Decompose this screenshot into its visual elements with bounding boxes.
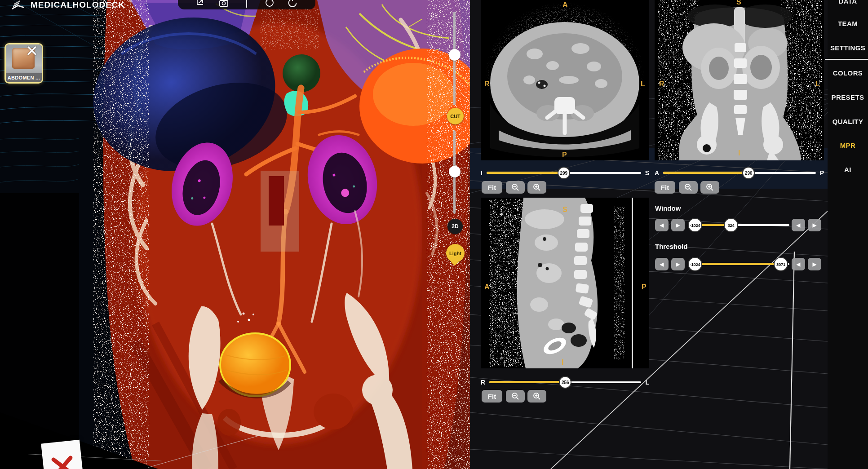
sagittal-slider-right-label: L [645,379,649,386]
dataset-card-label: ABDOMEN ... [6,73,42,82]
sagittal-zoom-out-button[interactable] [506,390,525,403]
window-low-value: -1024 [690,223,700,228]
sagittal-slice-slider-row: R 256 L [481,376,649,389]
two-d-button-label: 2D [452,223,458,230]
sagittal-slice-slider[interactable]: 256 [489,376,641,389]
window-low-increment-button[interactable]: ▶ [671,219,685,231]
coronal-slider-value: 290 [745,171,753,176]
zoom-out-icon [684,183,693,192]
cut-button-label: CUT [450,114,461,119]
sagittal-fit-label: Fit [488,393,496,400]
zoom-in-icon [532,183,541,192]
rotation-rail-thumb[interactable] [449,49,461,61]
sagittal-orient-right: P [642,283,647,291]
two-d-button[interactable]: 2D [447,219,463,234]
axial-zoom-in-button[interactable] [527,181,546,194]
window-high-decrement-button[interactable]: ◀ [792,219,805,231]
coronal-slice-slider-row: A 290 P [655,166,824,180]
medicalholodeck-app: MEDICALHOLODECK ® ABDOMEN ... CUT 2D Lig… [0,0,868,469]
axial-slider-fill [487,172,564,174]
axial-orient-left: R [484,80,490,88]
coronal-zoom-out-button[interactable] [679,181,698,194]
sagittal-zoom-in-button[interactable] [527,390,546,403]
window-range-slider[interactable]: -1024 324 [690,218,789,232]
coronal-orient-right: L [815,80,820,88]
sidebar-item-colors[interactable]: COLORS [828,69,868,77]
axial-slider-right-label: S [645,169,649,177]
zoom-out-icon [511,392,520,401]
threshold-range-slider[interactable]: -1024 3071 [690,257,789,271]
sidebar-item-settings[interactable]: SETTINGS [828,44,868,52]
axial-slice-slider[interactable]: 299 [487,166,641,180]
share-flag-icon[interactable] [195,0,206,9]
threshold-high-value: 3071 [776,262,785,267]
zoom-out-icon [511,183,520,192]
discard-card[interactable] [41,440,83,469]
sidebar-item-data[interactable]: DATA [828,0,868,5]
coronal-slider-right-label: P [820,169,824,177]
sagittal-slider-thumb[interactable]: 256 [559,376,571,389]
sagittal-orient-bottom: I [562,358,563,366]
threshold-high-decrement-button[interactable]: ◀ [792,258,805,270]
coronal-view[interactable]: S R L I [655,0,824,160]
coronal-orient-bottom: I [738,149,740,157]
window-high-increment-button[interactable]: ▶ [808,219,821,231]
right-sidebar: DATA TEAM SETTINGS COLORS PRESETS QUALIT… [828,0,868,469]
axial-orient-top: A [562,1,568,9]
coronal-slice-slider[interactable]: 290 [663,166,816,180]
sagittal-slider-value: 256 [562,380,569,385]
axial-view[interactable]: A R L P [481,0,649,160]
reset-view-icon[interactable] [287,0,298,9]
window-low-thumb[interactable]: -1024 [688,218,702,232]
sidebar-divider [825,59,868,60]
window-high-thumb[interactable]: 324 [724,218,738,232]
threshold-low-increment-button[interactable]: ▶ [671,258,685,270]
threshold-low-decrement-button[interactable]: ◀ [655,258,669,270]
sagittal-slider-fill [489,381,565,383]
axial-zoom-out-button[interactable] [506,181,525,194]
sidebar-item-team[interactable]: TEAM [828,20,868,27]
sagittal-slider-left-label: R [481,379,485,386]
threshold-low-value: -1024 [690,262,700,267]
brand-registered-mark: ® [129,0,133,4]
brand-name: MEDICALHOLODECK [31,0,125,10]
sagittal-view[interactable]: S A P I [481,198,649,368]
sagittal-fit-button[interactable]: Fit [482,390,502,403]
discard-x-icon [51,455,75,469]
scale-rail-thumb[interactable] [449,166,461,177]
sidebar-item-presets[interactable]: PRESETS [828,93,868,101]
window-high-value: 324 [728,223,735,228]
threshold-low-thumb[interactable]: -1024 [688,257,702,271]
axial-slider-left-label: I [481,169,483,177]
light-button-label: Light [449,251,461,256]
sagittal-orient-top: S [562,206,567,213]
axial-fit-label: Fit [488,184,496,191]
app-logo: MEDICALHOLODECK ® [11,0,133,11]
axial-fit-button[interactable]: Fit [482,181,502,194]
sidebar-item-ai[interactable]: AI [828,166,868,173]
coronal-orient-top: S [736,0,741,6]
coronal-slider-thumb[interactable]: 290 [742,167,755,179]
zoom-in-icon [532,392,541,401]
coronal-slider-left-label: A [655,169,659,177]
sidebar-item-mpr[interactable]: MPR [828,142,868,149]
axial-orient-bottom: P [562,151,567,159]
sagittal-orient-left: A [484,283,490,291]
cut-button[interactable]: CUT [447,108,464,124]
coronal-zoom-in-button[interactable] [700,181,719,194]
logo-book-icon [11,0,26,11]
threshold-fill [695,263,781,265]
circle-tool-icon[interactable] [264,0,275,9]
volume-3d-view[interactable] [67,0,472,469]
threshold-high-increment-button[interactable]: ▶ [808,258,821,270]
threshold-high-thumb[interactable]: 3071 [774,257,788,271]
dataset-close-icon[interactable] [26,45,38,57]
axial-slice-slider-row: I 299 S [481,166,649,180]
window-low-decrement-button[interactable]: ◀ [655,219,669,231]
camera-icon[interactable] [218,0,229,9]
axial-slider-thumb[interactable]: 299 [558,167,570,179]
sidebar-item-quality[interactable]: QUALITY [828,118,868,125]
axial-orient-right: L [641,80,645,88]
measure-icon[interactable] [241,0,252,9]
coronal-fit-button[interactable]: Fit [655,181,675,194]
